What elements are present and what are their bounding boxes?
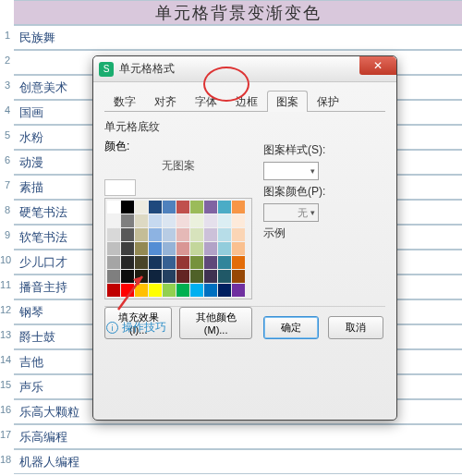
color-swatch[interactable]: [163, 270, 176, 283]
color-swatch[interactable]: [149, 214, 162, 227]
pattern-color-value: 无: [298, 206, 308, 220]
color-swatch[interactable]: [176, 256, 189, 269]
tab-0[interactable]: 数字: [104, 91, 145, 112]
color-swatch[interactable]: [190, 228, 203, 241]
color-swatch[interactable]: [149, 201, 162, 214]
color-swatch[interactable]: [204, 270, 217, 283]
color-swatch[interactable]: [149, 284, 162, 297]
color-swatch[interactable]: [232, 228, 245, 241]
color-swatch[interactable]: [107, 214, 120, 227]
cell[interactable]: 乐高编程: [14, 424, 462, 449]
color-swatch[interactable]: [107, 242, 120, 255]
color-swatch[interactable]: [190, 214, 203, 227]
color-swatch[interactable]: [176, 214, 189, 227]
color-swatch[interactable]: [121, 270, 134, 283]
sample-label: 示例: [263, 226, 286, 241]
color-swatch[interactable]: [218, 256, 231, 269]
color-swatch[interactable]: [163, 201, 176, 214]
row-number: 8: [0, 204, 12, 215]
color-swatch[interactable]: [121, 228, 134, 241]
color-swatch[interactable]: [121, 284, 134, 297]
color-swatch[interactable]: [232, 256, 245, 269]
color-swatch[interactable]: [107, 201, 120, 214]
color-swatch[interactable]: [204, 201, 217, 214]
tab-1[interactable]: 对齐: [145, 91, 186, 112]
color-swatch[interactable]: [107, 270, 120, 283]
tab-3[interactable]: 边框: [226, 91, 267, 112]
color-swatch[interactable]: [190, 284, 203, 297]
color-swatch[interactable]: [218, 242, 231, 255]
color-swatch[interactable]: [163, 242, 176, 255]
tab-5[interactable]: 保护: [308, 91, 348, 112]
color-swatch[interactable]: [135, 270, 148, 283]
row-number: 17: [0, 429, 12, 440]
color-swatch[interactable]: [163, 214, 176, 227]
dialog-titlebar[interactable]: S 单元格格式 ✕: [93, 56, 396, 82]
color-swatch[interactable]: [135, 228, 148, 241]
pattern-color-combo[interactable]: 无 ▾: [263, 203, 319, 222]
close-button[interactable]: ✕: [359, 56, 396, 75]
row-number: 6: [0, 154, 12, 165]
row-number: 4: [0, 104, 12, 116]
color-swatch[interactable]: [218, 228, 231, 241]
color-swatch[interactable]: [149, 256, 162, 269]
color-swatch[interactable]: [176, 284, 189, 297]
color-swatch[interactable]: [176, 228, 189, 241]
color-swatch[interactable]: [107, 256, 120, 269]
color-swatch[interactable]: [135, 284, 148, 297]
color-swatch[interactable]: [218, 270, 231, 283]
color-swatch[interactable]: [204, 228, 217, 241]
color-swatch[interactable]: [232, 270, 245, 283]
ok-button[interactable]: 确定: [263, 316, 319, 339]
color-swatch[interactable]: [149, 270, 162, 283]
color-swatch[interactable]: [135, 242, 148, 255]
color-swatch[interactable]: [176, 270, 189, 283]
color-swatch[interactable]: [232, 201, 245, 214]
app-icon: S: [99, 62, 114, 77]
no-fill-swatch[interactable]: [104, 179, 136, 196]
color-swatch[interactable]: [232, 284, 245, 297]
color-swatch[interactable]: [121, 201, 134, 214]
color-swatch[interactable]: [121, 214, 134, 227]
color-swatch[interactable]: [190, 270, 203, 283]
color-swatch[interactable]: [204, 284, 217, 297]
color-swatch[interactable]: [204, 214, 217, 227]
color-swatch[interactable]: [232, 214, 245, 227]
tips-link[interactable]: i 操作技巧: [106, 320, 166, 336]
color-swatch[interactable]: [135, 214, 148, 227]
color-swatch[interactable]: [176, 242, 189, 255]
color-swatch[interactable]: [107, 284, 120, 297]
color-swatch[interactable]: [163, 256, 176, 269]
cancel-button[interactable]: 取消: [328, 316, 383, 339]
color-swatch[interactable]: [190, 201, 203, 214]
pattern-style-label: 图案样式(S):: [263, 142, 325, 158]
cell[interactable]: 民族舞: [14, 25, 462, 50]
color-swatch[interactable]: [135, 256, 148, 269]
color-swatch[interactable]: [107, 228, 120, 241]
color-swatch[interactable]: [204, 242, 217, 255]
color-swatch[interactable]: [176, 201, 189, 214]
color-swatch[interactable]: [149, 228, 162, 241]
color-label: 颜色:: [104, 139, 252, 154]
color-swatch[interactable]: [218, 214, 231, 227]
dialog-body: 数字对齐字体边框图案保护 单元格底纹 颜色: 无图案 填充效果(I)... 其他…: [93, 82, 396, 348]
color-swatch[interactable]: [218, 284, 231, 297]
color-swatch[interactable]: [163, 228, 176, 241]
color-swatch[interactable]: [149, 242, 162, 255]
pattern-style-combo[interactable]: ▾: [263, 162, 319, 180]
color-swatch[interactable]: [232, 242, 245, 255]
color-swatch[interactable]: [190, 242, 203, 255]
other-colors-button[interactable]: 其他颜色(M)...: [179, 307, 252, 339]
color-swatch[interactable]: [121, 242, 134, 255]
cell[interactable]: 机器人编程: [14, 449, 462, 474]
color-swatch[interactable]: [190, 256, 203, 269]
color-swatch[interactable]: [204, 256, 217, 269]
color-swatch[interactable]: [218, 201, 231, 214]
color-swatch[interactable]: [163, 284, 176, 297]
color-swatch[interactable]: [135, 201, 148, 214]
tab-2[interactable]: 字体: [186, 91, 226, 112]
color-swatch[interactable]: [121, 256, 134, 269]
cell-format-dialog: S 单元格格式 ✕ 数字对齐字体边框图案保护 单元格底纹 颜色: 无图案 填充效…: [92, 55, 397, 421]
row-number: 2: [0, 55, 12, 66]
tab-4[interactable]: 图案: [267, 91, 308, 112]
